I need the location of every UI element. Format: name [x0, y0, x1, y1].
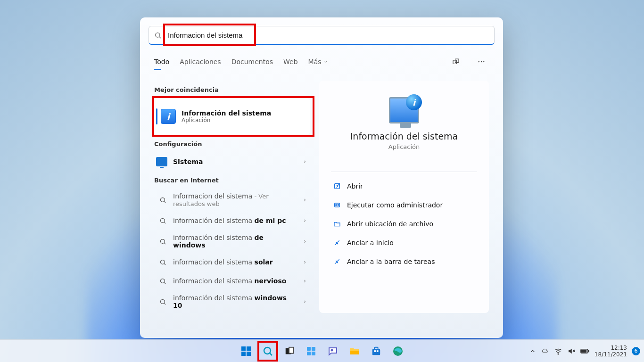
web-result-label: información del sistema de mi pc: [173, 217, 298, 224]
taskbar-center: [237, 342, 407, 361]
search-icon: [158, 276, 167, 286]
system-tray: 12:13 18/11/2021 6: [529, 345, 640, 358]
web-result-label: información del sistema windows 10: [173, 294, 298, 309]
file-explorer-button[interactable]: [345, 342, 364, 361]
svg-point-22: [336, 205, 337, 206]
web-result-1[interactable]: Informacion del sistema - Ver resultados…: [154, 189, 310, 211]
action-run-admin[interactable]: Ejecutar como administrador: [331, 196, 477, 214]
chevron-right-icon: ›: [304, 259, 306, 265]
svg-point-0: [156, 33, 160, 37]
open-new-window-icon[interactable]: [448, 54, 463, 69]
svg-rect-27: [241, 346, 246, 351]
selection-accent: [156, 108, 157, 124]
preview-subtitle: Aplicación: [331, 143, 477, 150]
search-icon: [158, 257, 167, 267]
clock[interactable]: 12:13 18/11/2021: [594, 345, 627, 358]
config-item-sistema[interactable]: Sistema ›: [154, 152, 310, 171]
section-configuration-label: Configuración: [154, 140, 310, 148]
web-result-5[interactable]: informacion del sistema nervioso ›: [154, 272, 310, 290]
chevron-right-icon: ›: [304, 217, 306, 224]
search-container: [149, 26, 495, 45]
content-area: Mejor coincidencia i Información del sis…: [149, 76, 495, 313]
search-icon: [158, 195, 167, 205]
web-result-6[interactable]: información del sistema windows 10 ›: [154, 290, 310, 313]
svg-point-46: [558, 354, 559, 354]
action-label: Abrir ubicación de archivo: [347, 220, 475, 228]
tab-documentos[interactable]: Documentos: [231, 58, 273, 66]
web-result-4[interactable]: informacion del sistema solar ›: [154, 253, 310, 272]
start-button[interactable]: [237, 342, 256, 361]
svg-point-5: [481, 61, 482, 62]
action-open-location[interactable]: Abrir ubicación de archivo: [331, 214, 477, 233]
svg-line-32: [270, 353, 272, 355]
svg-point-15: [160, 279, 165, 283]
svg-point-17: [160, 299, 165, 304]
wifi-icon[interactable]: [554, 347, 562, 355]
tabs-row: Todo Aplicaciones Documentos Web Más: [149, 45, 495, 76]
preview-panel: i Información del sistema Aplicación Abr…: [319, 81, 489, 313]
pin-icon: [331, 255, 343, 267]
tab-mas-label: Más: [308, 58, 322, 66]
section-best-match-label: Mejor coincidencia: [154, 86, 310, 93]
action-open[interactable]: Abrir: [331, 177, 477, 196]
pin-icon: [331, 237, 343, 248]
tab-todo[interactable]: Todo: [154, 58, 169, 66]
search-popup: Todo Aplicaciones Documentos Web Más Mej…: [140, 17, 503, 338]
msinfo-icon: i: [161, 109, 176, 124]
tab-mas[interactable]: Más: [308, 58, 328, 66]
web-result-3[interactable]: información del sistema de windows ›: [154, 230, 310, 253]
taskbar-search-button[interactable]: [258, 342, 277, 361]
open-icon: [333, 182, 341, 190]
best-match-subtitle: Aplicación: [182, 117, 271, 123]
shield-icon: [333, 201, 341, 209]
preview-actions: Abrir Ejecutar como administrador Abrir …: [331, 172, 477, 271]
tab-web[interactable]: Web: [283, 58, 298, 66]
svg-rect-52: [581, 350, 586, 352]
svg-line-10: [164, 222, 165, 223]
preview-title: Información del sistema: [331, 131, 477, 141]
svg-rect-35: [307, 347, 311, 351]
search-icon: [154, 32, 162, 39]
best-match-result[interactable]: i Información del sistema Aplicación: [154, 98, 310, 135]
svg-rect-2: [453, 60, 457, 64]
action-label: Anclar a la barra de tareas: [347, 258, 475, 265]
svg-rect-34: [289, 347, 293, 353]
config-item-label: Sistema: [173, 158, 298, 165]
monitor-icon: [156, 157, 167, 166]
more-options-icon[interactable]: [474, 54, 489, 69]
app-large-icon: i: [389, 97, 419, 123]
onedrive-icon[interactable]: [541, 347, 549, 355]
action-pin-taskbar[interactable]: Anclar a la barra de tareas: [331, 252, 477, 271]
volume-icon[interactable]: [567, 347, 576, 355]
svg-point-9: [160, 218, 165, 222]
svg-rect-44: [377, 350, 379, 352]
svg-line-16: [164, 282, 165, 284]
chat-button[interactable]: [323, 342, 342, 361]
svg-rect-3: [455, 59, 459, 63]
web-result-label: informacion del sistema nervioso: [173, 277, 298, 285]
svg-line-12: [164, 243, 165, 244]
svg-rect-29: [241, 352, 246, 356]
svg-point-13: [160, 260, 165, 264]
search-icon: [158, 237, 167, 246]
task-view-button[interactable]: [280, 342, 299, 361]
widgets-button[interactable]: [302, 342, 321, 361]
search-input[interactable]: [149, 26, 495, 45]
battery-icon[interactable]: [580, 348, 590, 354]
action-pin-start[interactable]: Anclar a Inicio: [331, 233, 477, 252]
notifications-badge[interactable]: 6: [632, 347, 640, 355]
folder-icon: [333, 220, 341, 228]
svg-rect-30: [247, 352, 251, 356]
svg-line-18: [164, 303, 165, 304]
edge-button[interactable]: [388, 342, 407, 361]
web-result-2[interactable]: información del sistema de mi pc ›: [154, 211, 310, 230]
clock-date: 18/11/2021: [594, 351, 627, 358]
tray-chevron-icon[interactable]: [529, 348, 536, 354]
store-button[interactable]: [367, 342, 386, 361]
tab-aplicaciones[interactable]: Aplicaciones: [180, 58, 221, 66]
action-label: Abrir: [347, 182, 475, 190]
svg-point-39: [331, 349, 333, 351]
svg-point-7: [160, 197, 165, 202]
chevron-right-icon: ›: [304, 197, 306, 203]
results-column: Mejor coincidencia i Información del sis…: [154, 81, 310, 313]
